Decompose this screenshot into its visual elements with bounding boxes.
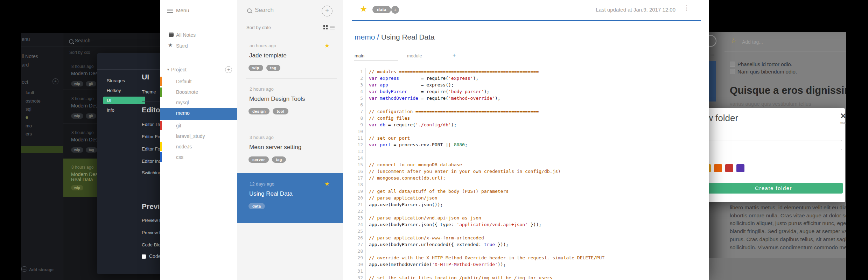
note-tag: data: [248, 203, 265, 209]
line-number: 7: [352, 108, 366, 115]
add-tag-button[interactable]: +: [391, 6, 399, 14]
folder-selected-row[interactable]: [160, 108, 237, 120]
sidebar-folder-item[interactable]: ers: [26, 131, 32, 136]
sidebar-folder-item[interactable]: ostnote: [26, 98, 41, 104]
note-list-item[interactable]: an hours ago★Jade templatewiptag: [237, 35, 343, 78]
selected-note-strip: [709, 61, 716, 102]
line-number: 20: [352, 195, 366, 201]
window-footer: [709, 258, 846, 280]
settings-tab-hotkey[interactable]: Hotkey: [103, 87, 145, 94]
settings-theme-label: Theme: [142, 89, 156, 94]
sidebar-folder-item[interactable]: e: [26, 114, 28, 120]
tab-main[interactable]: main: [355, 53, 364, 58]
note-tag: wip: [71, 185, 83, 190]
note-title: Mean server setting: [249, 144, 301, 151]
add-storage-button[interactable]: Add storage: [29, 267, 54, 272]
settings-tab-ui[interactable]: UI: [103, 97, 145, 104]
code-text: // set the static files location /public…: [369, 274, 552, 280]
menu-icon[interactable]: [167, 9, 173, 9]
note-tag: wip: [71, 113, 83, 119]
close-icon[interactable]: ✕: [840, 112, 846, 121]
color-swatch[interactable]: [736, 164, 744, 172]
add-tab-button[interactable]: +: [453, 52, 456, 58]
sidebar-folder-Default[interactable]: Default: [176, 79, 191, 84]
close-esc-label: esc: [840, 121, 846, 125]
menu-label[interactable]: Menu: [176, 7, 189, 13]
note-star-toggle[interactable]: ★: [360, 4, 368, 14]
sidebar-item-starred[interactable]: Stard: [176, 43, 188, 49]
chevron-down-icon[interactable]: ▼: [167, 68, 170, 71]
active-tab-underline: [354, 61, 398, 61]
breadcrumb: memo / Using Real Data: [355, 33, 435, 41]
sidebar-project-label[interactable]: Project: [171, 67, 187, 72]
note-time: 8 hours ago: [71, 64, 93, 69]
line-number: 2: [352, 75, 366, 82]
create-folder-dialog: w folder ✕ esc Create folder: [695, 108, 845, 202]
todo-checkbox[interactable]: [730, 62, 735, 67]
settings-item: Editor For: [142, 146, 162, 152]
notes-panel: Search + Sort by date an hours ago★Jade …: [237, 0, 343, 280]
dialog-title: w folder: [706, 113, 738, 124]
create-folder-button[interactable]: Create folder: [704, 183, 843, 194]
sidebar-folder-item[interactable]: mo: [26, 123, 32, 128]
line-number: 21: [352, 201, 366, 208]
sidebar-folder-laravel_study[interactable]: laravel_study: [176, 133, 205, 139]
grid-view-icon[interactable]: [323, 25, 328, 29]
sidebar-folder-css[interactable]: css: [176, 154, 183, 160]
sidebar-item-all-notes[interactable]: All Notes: [176, 32, 196, 38]
line-number: 4: [352, 88, 366, 95]
list-view-icon[interactable]: [330, 26, 335, 27]
sort-by-button[interactable]: Sort by date: [246, 25, 271, 30]
left-search-input[interactable]: Search: [75, 38, 90, 43]
folder-name-input[interactable]: [704, 140, 842, 150]
note-tags: data: [248, 203, 268, 209]
line-number: 3: [352, 82, 366, 88]
color-swatch[interactable]: [714, 164, 722, 172]
code-line: 23// parse application/vnd.api+json as j…: [352, 215, 702, 221]
star-icon: ★: [324, 180, 330, 188]
accent-divider: [352, 20, 701, 21]
code-line: 19// get all data/stuff of the body (POS…: [352, 188, 702, 195]
sidebar-folder-Boostnote[interactable]: Boostnote: [176, 89, 198, 95]
search-input[interactable]: Search: [255, 7, 274, 14]
note-list-item[interactable]: 3 hours agoMean server settingservertag: [237, 127, 343, 173]
note-tag-pill[interactable]: data: [372, 6, 391, 13]
settings-tab-storages[interactable]: Storages: [103, 77, 145, 85]
code-text: var app = express();: [369, 82, 454, 88]
sidebar-folder-git[interactable]: git: [176, 123, 181, 128]
sidebar-folder-item[interactable]: sql: [26, 106, 31, 112]
note-tags: wipgit: [71, 112, 99, 119]
code-text: [369, 208, 372, 215]
code-text: var db = require('./config/db');: [369, 121, 456, 128]
note-list-item[interactable]: 12 days ago★Using Real Datadata: [237, 173, 343, 223]
sidebar-folder-nodeJs[interactable]: nodeJs: [176, 144, 192, 149]
note-tags: designtool: [248, 108, 292, 114]
add-folder-button[interactable]: +: [225, 66, 232, 73]
sidebar-folder-mysql[interactable]: mysql: [176, 100, 189, 105]
left-sort-label[interactable]: Sort by xxx: [69, 50, 90, 55]
screen: enu ll Notes ard ect + faultostnotesqlem…: [0, 0, 868, 280]
code-line: 9var db = require('./config/db');: [352, 121, 702, 128]
code-line: 31: [352, 268, 702, 274]
code-text: [369, 181, 372, 188]
color-swatch[interactable]: [725, 164, 733, 172]
note-menu-button[interactable]: ⋮: [684, 7, 690, 9]
list-view-icon: [710, 54, 714, 55]
checkbox-icon[interactable]: [142, 254, 146, 259]
breadcrumb-folder[interactable]: memo: [355, 33, 375, 41]
todo-checkbox[interactable]: [730, 69, 735, 74]
sidebar-folder-memo[interactable]: memo: [176, 110, 190, 116]
code-text: // (uncomment after you enter in your ow…: [369, 168, 561, 175]
tab-module[interactable]: module: [407, 53, 422, 58]
note-list-item[interactable]: 2 hours agoModern Design Toolsdesigntool: [237, 78, 343, 127]
settings-tab-info[interactable]: Info: [103, 106, 145, 114]
document-heading: Quisque a eros dignissim: [730, 85, 846, 96]
code-editor[interactable]: 1// modules ============================…: [352, 68, 702, 280]
note-tags: wip: [71, 184, 86, 190]
sidebar-folder-item[interactable]: fault: [26, 90, 34, 95]
note-time: 3 hours ago: [250, 135, 274, 140]
new-note-button[interactable]: +: [322, 6, 332, 16]
paragraph-line: libero mattis metus, id elementum velit …: [730, 204, 846, 212]
add-tag-input[interactable]: Add tag...: [742, 39, 763, 45]
code-text: // set our port: [369, 135, 410, 141]
